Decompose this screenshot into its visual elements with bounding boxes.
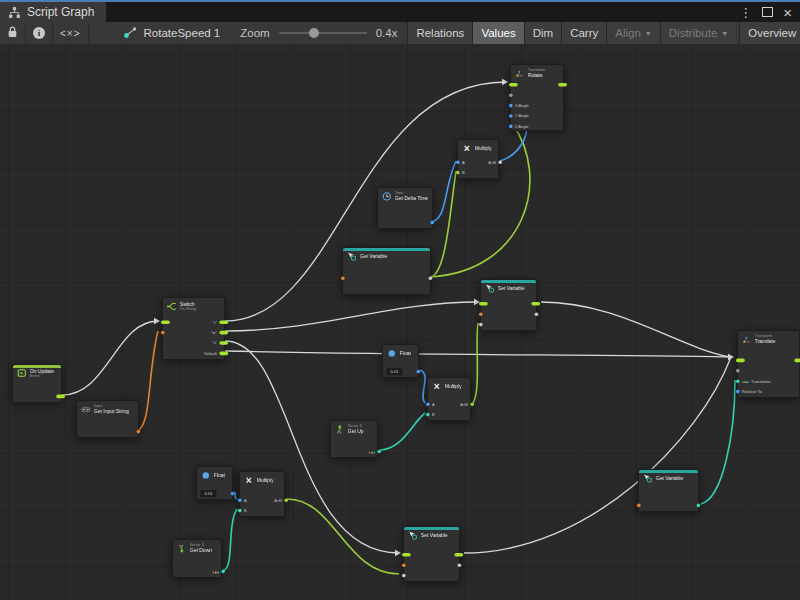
node-multiply-mid[interactable]: ×MultiplyAA×BB [427, 377, 471, 421]
output-data-port[interactable] [416, 370, 420, 374]
port-row: 0.01 [383, 366, 420, 376]
input-data-port[interactable] [509, 124, 513, 128]
node-get-variable-bottom-right[interactable]: Get Variable [638, 469, 699, 512]
node-set-variable-mid[interactable]: Set Variable [480, 279, 537, 331]
port-label: Z Angle [515, 124, 529, 128]
output-flow-port[interactable] [219, 331, 228, 335]
input-flow-port[interactable] [479, 302, 488, 306]
toolbar-button-distribute[interactable]: Distribute▼ [660, 22, 737, 44]
tab-script-graph[interactable]: Script Graph [0, 2, 106, 22]
output-data-port[interactable] [221, 570, 225, 574]
toolbar-button-carry[interactable]: Carry [561, 22, 606, 44]
output-flow-port[interactable] [219, 320, 228, 324]
input-data-port[interactable] [637, 504, 641, 508]
toolbar-button-values[interactable]: Values [472, 22, 523, 44]
node-vector3-get-down[interactable]: Vector 3Get Down [172, 539, 222, 578]
output-flow-port[interactable] [219, 352, 228, 356]
output-data-port[interactable] [230, 492, 234, 496]
node-rotate[interactable]: TransformRotateX AngleY AngleZ Angle [510, 64, 564, 131]
input-data-port[interactable] [238, 509, 242, 513]
port-label: A×B [274, 498, 282, 502]
input-data-port[interactable] [402, 574, 406, 578]
output-flow-port[interactable] [794, 358, 800, 362]
node-header: Get Variable [639, 470, 700, 484]
node-header: Set Variable [404, 527, 461, 541]
input-data-port[interactable] [456, 160, 460, 164]
port-row: "s" [163, 338, 226, 348]
port-label: B [432, 412, 435, 416]
input-data-port[interactable] [509, 93, 513, 97]
output-flow-port[interactable] [454, 553, 463, 557]
node-header: On UpdateEvent [13, 365, 63, 379]
kebab-menu-icon[interactable]: ⋮ [739, 6, 752, 19]
node-vector3-get-up[interactable]: Vector 3Get Up [330, 420, 378, 458]
output-data-port[interactable] [284, 498, 288, 502]
output-data-port[interactable] [696, 504, 700, 508]
toolbar-button-relations[interactable]: Relations [407, 22, 472, 44]
node-multiply-top[interactable]: ×MultiplyAA×BB [457, 139, 499, 179]
connection-wire [541, 302, 731, 357]
toolbar-button-label: Values [481, 27, 515, 39]
input-flow-port[interactable] [402, 553, 411, 557]
toolbar-button-align[interactable]: Align▼ [606, 22, 660, 44]
graph-breadcrumb[interactable]: RotateSpeed 1 [113, 22, 231, 44]
toolbar-button-dim[interactable]: Dim [524, 22, 561, 44]
lock-button[interactable] [0, 22, 26, 44]
node-set-variable-bottom[interactable]: Set Variable [403, 526, 460, 582]
input-data-port[interactable] [161, 331, 165, 335]
node-on-update[interactable]: On UpdateEvent [12, 364, 62, 403]
input-data-port[interactable] [479, 323, 483, 327]
node-get-input-string[interactable]: InputGet Input String [76, 400, 139, 438]
port-label: A [462, 160, 465, 164]
output-data-port[interactable] [498, 160, 502, 164]
toolbar-button-label: Overview [748, 27, 796, 39]
zoom-value: 0.4x [376, 27, 398, 39]
input-data-port[interactable] [426, 413, 430, 417]
node-get-variable-top[interactable]: Get Variable [342, 247, 431, 295]
output-data-port[interactable] [136, 430, 140, 434]
node-switch-on-string[interactable]: SwitchOn String"r""w""s"Default [162, 297, 225, 360]
input-data-port[interactable] [736, 379, 740, 383]
output-flow-port[interactable] [558, 83, 567, 87]
output-data-port[interactable] [377, 450, 381, 454]
input-flow-port[interactable] [736, 358, 745, 362]
toolbar-button-overview[interactable]: Overview [739, 22, 800, 44]
input-data-port[interactable] [736, 390, 740, 394]
output-data-port[interactable] [430, 221, 434, 225]
output-data-port[interactable] [470, 402, 474, 406]
input-flow-port[interactable] [161, 320, 170, 324]
maximize-icon[interactable] [762, 4, 773, 20]
output-data-port[interactable] [457, 563, 461, 567]
close-icon[interactable]: × [783, 5, 792, 20]
input-data-port[interactable] [509, 104, 513, 108]
graph-canvas[interactable]: On UpdateEventInputGet Input StringSwitc… [0, 44, 800, 600]
node-translate[interactable]: TransformTranslateTranslationRelative To [737, 330, 800, 398]
output-flow-port[interactable] [56, 395, 65, 399]
info-button[interactable]: i [26, 22, 53, 44]
input-data-port[interactable] [736, 369, 740, 373]
connection-wire [224, 509, 237, 570]
node-multiply-bottom[interactable]: ×MultiplyAA×BB [239, 471, 285, 517]
output-data-port[interactable] [534, 312, 538, 316]
value-input[interactable]: 0.01 [201, 490, 217, 497]
output-flow-port[interactable] [219, 341, 228, 345]
node-float-mid[interactable]: Float0.01 [382, 344, 419, 378]
output-data-port[interactable] [428, 276, 432, 280]
input-data-port[interactable] [479, 312, 483, 316]
zoom-slider-thumb[interactable] [309, 28, 319, 38]
value-input[interactable]: 0.01 [387, 368, 403, 375]
node-float-bottom[interactable]: Float0.01 [196, 466, 233, 500]
output-flow-port[interactable] [531, 302, 540, 306]
varset-icon [347, 251, 357, 261]
input-data-port[interactable] [456, 171, 460, 175]
node-get-delta-time[interactable]: TimeGet Delta Time [377, 187, 433, 229]
input-data-port[interactable] [238, 498, 242, 502]
code-view-button[interactable]: <×> [53, 22, 89, 44]
input-flow-port[interactable] [509, 83, 518, 87]
input-data-port[interactable] [341, 276, 345, 280]
input-data-port[interactable] [426, 402, 430, 406]
zoom-slider[interactable] [279, 32, 367, 34]
zoom-control: Zoom 0.4x [230, 22, 407, 44]
input-data-port[interactable] [509, 114, 513, 118]
input-data-port[interactable] [402, 563, 406, 567]
